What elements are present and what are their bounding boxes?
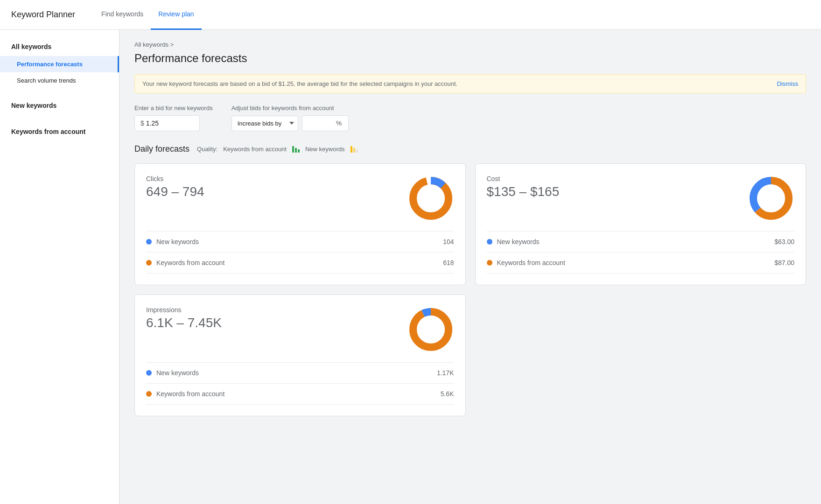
impressions-donut-chart [407, 306, 454, 353]
cost-card-header: Cost $135 – $165 [487, 175, 795, 222]
sidebar-item-new-keywords[interactable]: New keywords [0, 96, 119, 115]
sidebar-item-performance-forecasts[interactable]: Performance forecasts [0, 56, 119, 72]
account-bar-1 [292, 146, 294, 153]
main-content: All keywords > Performance forecasts You… [119, 30, 821, 504]
cost-account-label: Keywords from account [497, 259, 565, 266]
cost-account-value: $87.00 [774, 259, 794, 266]
header: Keyword Planner Find keywords Review pla… [0, 0, 821, 30]
impressions-new-value: 1.17K [437, 369, 454, 377]
sidebar-item-keywords-from-account[interactable]: Keywords from account [0, 122, 119, 141]
sidebar-item-search-volume-trends[interactable]: Search volume trends [0, 72, 119, 89]
percent-input[interactable] [308, 119, 336, 127]
account-legend-label: Keywords from account [223, 146, 287, 153]
sidebar-section-all-keywords: All keywords Performance forecasts Searc… [0, 34, 119, 92]
sidebar: All keywords Performance forecasts Searc… [0, 30, 119, 504]
impressions-label: Impressions [146, 306, 222, 314]
impressions-new-label: New keywords [156, 369, 199, 377]
new-bar-3 [356, 149, 358, 153]
cards-grid: Clicks 649 – 794 [134, 163, 806, 285]
svg-point-5 [758, 185, 785, 212]
cost-new-label: New keywords [497, 238, 540, 245]
cost-account-dot [487, 260, 492, 266]
percent-sign: % [336, 119, 342, 127]
breadcrumb: All keywords > [134, 41, 806, 48]
clicks-value: 649 – 794 [146, 184, 204, 199]
new-keywords-bid-group: Enter a bid for new keywords $ [134, 105, 213, 131]
clicks-account-value: 618 [443, 259, 454, 266]
cost-donut-svg [748, 175, 794, 222]
daily-forecasts-title: Daily forecasts [134, 144, 189, 154]
impressions-legend: New keywords 1.17K Keywords from account… [146, 362, 454, 405]
cost-card-info: Cost $135 – $165 [487, 175, 560, 199]
cost-donut-chart [748, 175, 794, 222]
cost-account-item: Keywords from account $87.00 [487, 252, 795, 273]
cost-new-value: $63.00 [774, 238, 794, 245]
percent-input-wrapper: % [302, 115, 349, 131]
account-bar-2 [295, 148, 297, 153]
cost-label: Cost [487, 175, 560, 182]
cost-legend: New keywords $63.00 Keywords from accoun… [487, 231, 795, 273]
bid-controls: Enter a bid for new keywords $ Adjust bi… [134, 105, 806, 131]
alert-banner: Your new keyword forecasts are based on … [134, 74, 806, 93]
breadcrumb-separator: > [170, 41, 174, 48]
section-header: Daily forecasts Quality: Keywords from a… [134, 144, 806, 154]
clicks-new-label: New keywords [156, 238, 199, 245]
account-bar-3 [298, 149, 300, 153]
clicks-label: Clicks [146, 175, 204, 182]
new-bar-1 [351, 146, 352, 153]
page-title: Performance forecasts [134, 52, 806, 65]
account-legend-bars [292, 146, 300, 153]
breadcrumb-parent[interactable]: All keywords [134, 41, 168, 48]
impressions-donut-svg [407, 306, 454, 353]
new-legend-label: New keywords [305, 146, 345, 153]
dismiss-button[interactable]: Dismiss [777, 80, 799, 87]
cost-new-dot [487, 239, 492, 245]
sidebar-section-keywords-from-account: Keywords from account [0, 119, 119, 145]
impressions-new-dot [146, 370, 152, 376]
clicks-new-value: 104 [443, 238, 454, 245]
tab-find-keywords[interactable]: Find keywords [94, 0, 151, 30]
clicks-account-dot [146, 260, 152, 266]
clicks-donut-svg [407, 175, 454, 222]
new-keywords-bid-label: Enter a bid for new keywords [134, 105, 213, 112]
quality-label: Quality: [197, 146, 218, 153]
sidebar-section-new-keywords: New keywords [0, 92, 119, 119]
new-bar-2 [353, 148, 355, 153]
svg-point-2 [417, 185, 444, 212]
clicks-donut-chart [407, 175, 454, 222]
layout: All keywords Performance forecasts Searc… [0, 30, 821, 504]
impressions-card-info: Impressions 6.1K – 7.45K [146, 306, 222, 330]
bid-input[interactable] [146, 119, 183, 127]
clicks-new-dot [146, 239, 152, 245]
svg-point-8 [417, 316, 444, 343]
clicks-account-label: Keywords from account [156, 259, 225, 266]
new-legend-bars [351, 146, 358, 153]
impressions-card-header: Impressions 6.1K – 7.45K [146, 306, 454, 353]
impressions-account-value: 5.6K [441, 390, 454, 398]
impressions-new-keywords-item: New keywords 1.17K [146, 363, 454, 384]
cost-card: Cost $135 – $165 [475, 163, 807, 285]
impressions-card: Impressions 6.1K – 7.45K New k [134, 294, 466, 416]
impressions-account-item: Keywords from account 5.6K [146, 384, 454, 405]
cost-value: $135 – $165 [487, 184, 560, 199]
clicks-card-header: Clicks 649 – 794 [146, 175, 454, 222]
nav-tabs: Find keywords Review plan [94, 0, 202, 29]
adjust-bids-select[interactable]: Increase bids by Decrease bids by Set bi… [232, 116, 298, 131]
clicks-card-info: Clicks 649 – 794 [146, 175, 204, 199]
adjust-bids-label: Adjust bids for keywords from account [232, 105, 349, 112]
app-title: Keyword Planner [11, 10, 75, 20]
quality-legend: Quality: Keywords from account New keywo… [197, 146, 358, 153]
sidebar-item-all-keywords[interactable]: All keywords [0, 37, 119, 56]
clicks-card: Clicks 649 – 794 [134, 163, 466, 285]
clicks-account-item: Keywords from account 618 [146, 252, 454, 273]
impressions-account-label: Keywords from account [156, 390, 225, 398]
cost-new-keywords-item: New keywords $63.00 [487, 231, 795, 252]
impressions-account-dot [146, 391, 152, 397]
currency-symbol: $ [140, 119, 144, 127]
adjust-bids-wrapper: Increase bids by Decrease bids by Set bi… [232, 115, 349, 131]
tab-review-plan[interactable]: Review plan [151, 0, 201, 30]
alert-text: Your new keyword forecasts are based on … [142, 80, 773, 87]
adjust-bids-group: Adjust bids for keywords from account In… [232, 105, 349, 131]
clicks-new-keywords-item: New keywords 104 [146, 231, 454, 252]
impressions-value: 6.1K – 7.45K [146, 315, 222, 330]
